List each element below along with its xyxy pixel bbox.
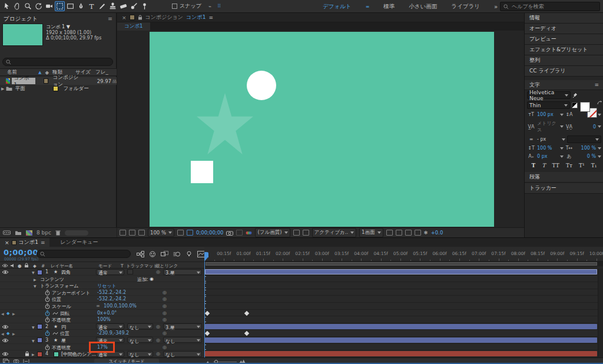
eye-icon[interactable]	[2, 352, 9, 356]
parent-select[interactable]: なし	[163, 337, 202, 343]
close-icon[interactable]: ×	[5, 240, 9, 246]
motion-blur-icon[interactable]	[173, 251, 181, 259]
t-column[interactable]: T	[121, 263, 124, 269]
panel-menu-icon[interactable]: ≡	[41, 240, 45, 246]
viewer-panel-label[interactable]: コンポジション	[145, 14, 183, 21]
label-column-icon[interactable]: ◆	[45, 70, 49, 75]
group-name[interactable]: コンテンツ	[40, 276, 64, 283]
magnification-select[interactable]: 100 %	[148, 229, 174, 237]
graph-overlay-icon[interactable]	[52, 311, 58, 317]
new-folder-icon[interactable]	[15, 230, 22, 236]
project-row-heimen[interactable]: ▶ 平面 フォルダー	[0, 85, 117, 92]
layer-row[interactable]: ▼2★円通常なし◎3.星	[0, 323, 204, 330]
chevron-down-icon[interactable]	[560, 155, 564, 158]
group-row[interactable]: ▼トランスフォームリセット	[0, 282, 204, 289]
track-row[interactable]	[204, 350, 603, 358]
pick-whip-icon[interactable]: ◎	[163, 330, 167, 336]
parent-pick-whip-icon[interactable]: ◎	[156, 324, 160, 329]
group-expander-icon[interactable]: ▶	[34, 277, 37, 282]
group-expander-icon[interactable]: ▼	[34, 284, 37, 288]
tracker-panel-tab[interactable]: トラッカー	[525, 183, 603, 194]
parent-select[interactable]: なし	[163, 351, 202, 357]
graph-overlay-icon[interactable]	[52, 331, 58, 337]
track-row[interactable]	[204, 330, 603, 337]
fast-preview-icon[interactable]	[396, 230, 402, 236]
track-row[interactable]	[204, 276, 603, 283]
stroke-width-value[interactable]: - px	[537, 137, 560, 142]
track-row[interactable]	[204, 282, 603, 289]
item-name[interactable]: 平面	[15, 85, 25, 92]
chevron-down-icon[interactable]	[560, 114, 564, 116]
pan-behind-tool-icon[interactable]	[55, 1, 65, 11]
all-caps-button[interactable]: TT	[552, 163, 559, 168]
layer-color-swatch[interactable]	[37, 270, 42, 275]
preserve-transparency-box[interactable]	[127, 269, 133, 274]
col-frame[interactable]: フレ_	[95, 69, 108, 76]
workspace-default[interactable]: デフォルト	[323, 3, 352, 11]
faux-italic-button[interactable]: T	[542, 163, 545, 168]
layer-name[interactable]: 星	[61, 337, 66, 344]
pen-tool-icon[interactable]	[76, 1, 86, 11]
layout-select[interactable]: 1画面	[359, 228, 383, 237]
font-family-select[interactable]: Helvetica Neue	[527, 91, 571, 99]
black-white-swatch-icon[interactable]	[572, 102, 578, 108]
square-shape[interactable]	[191, 161, 213, 183]
composition-mini-flowchart-icon[interactable]	[137, 251, 144, 259]
next-keyframe-icon[interactable]: ▶	[12, 312, 15, 316]
track-matte-select[interactable]: なし	[127, 337, 153, 343]
font-size-value[interactable]: 100 px	[537, 112, 558, 117]
trash-icon[interactable]	[55, 230, 61, 236]
puppet-pin-tool-icon[interactable]	[140, 1, 150, 11]
view-select[interactable]: アクティブカ..	[312, 228, 357, 237]
timeline-button-icon[interactable]	[405, 230, 412, 236]
pick-whip-icon[interactable]: ◎	[163, 290, 167, 295]
main-monitor-icon[interactable]	[129, 230, 135, 236]
stroke-style-select[interactable]	[567, 135, 601, 143]
interpret-footage-icon[interactable]	[3, 230, 11, 236]
subscript-button[interactable]: T₁	[591, 163, 597, 168]
roto-brush-tool-icon[interactable]	[129, 1, 139, 11]
panel-tab-2[interactable]: プレビュー	[525, 34, 603, 45]
eye-icon[interactable]	[2, 338, 9, 343]
playhead-line[interactable]	[204, 262, 205, 358]
property-value[interactable]: -532.2,-24.2	[97, 290, 126, 295]
comp-tab[interactable]: コンポ1	[117, 22, 150, 31]
parent-pick-whip-icon[interactable]: ◎	[156, 337, 160, 343]
layer-name[interactable]: 四角	[61, 269, 71, 276]
prop-row[interactable]: アンカーポイント-532.2,-24.2◎	[0, 289, 204, 296]
eyedropper-icon[interactable]	[572, 92, 578, 98]
blend-mode-select[interactable]: 通常	[96, 269, 124, 275]
character-panel-header[interactable]: 文字 ≡	[525, 80, 603, 90]
property-value[interactable]: 100.0,100.0%	[104, 303, 137, 309]
camera-tool-icon[interactable]	[44, 1, 54, 11]
prop-row[interactable]: ◀◆▶位置-230.9,-349.2◎	[0, 330, 204, 337]
track-row[interactable]	[204, 289, 603, 296]
property-name[interactable]: 位置	[52, 296, 61, 303]
clone-stamp-tool-icon[interactable]	[108, 1, 118, 11]
blend-mode-select[interactable]: 通常	[96, 323, 124, 329]
kerning-value[interactable]: メトリクス	[537, 120, 558, 133]
composition-canvas[interactable]	[150, 32, 494, 227]
hand-tool-icon[interactable]	[12, 1, 22, 11]
layer-row[interactable]: ▼1★四角通常◎3.星	[0, 269, 204, 276]
keyframe-icon[interactable]	[244, 331, 249, 336]
project-search-input[interactable]	[2, 58, 113, 66]
eraser-tool-icon[interactable]	[118, 1, 128, 11]
always-preview-icon[interactable]	[120, 230, 126, 236]
show-channel-icon[interactable]	[246, 230, 252, 236]
chevron-down-icon[interactable]	[598, 125, 601, 128]
track-scroll-strip[interactable]	[598, 269, 603, 358]
track-row[interactable]	[204, 269, 603, 276]
expander-icon[interactable]: ▶	[1, 87, 4, 91]
work-area-bar[interactable]	[204, 262, 603, 266]
expander-icon[interactable]: ▼	[32, 325, 35, 329]
workspace-library[interactable]: ライブラリ	[451, 3, 480, 11]
pick-whip-icon[interactable]: ◎	[163, 296, 167, 302]
track-row[interactable]	[204, 344, 603, 351]
choose-grid-icon[interactable]	[177, 230, 184, 236]
exposure-gear-icon[interactable]: ✱	[424, 230, 428, 236]
lock-icon[interactable]	[138, 15, 143, 20]
property-value[interactable]: 100%	[97, 317, 111, 322]
expander-icon[interactable]: ▼	[32, 339, 35, 343]
zoom-tool-icon[interactable]	[23, 1, 33, 11]
